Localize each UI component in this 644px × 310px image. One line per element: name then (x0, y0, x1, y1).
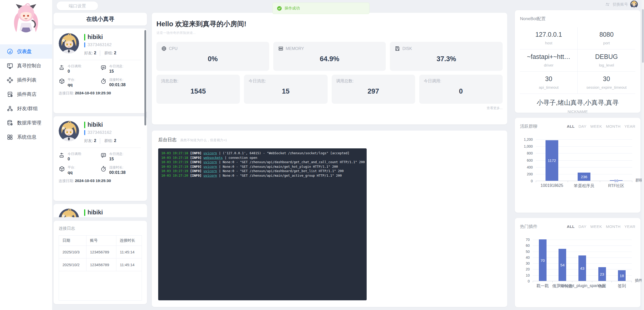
sidebar-item-label: 插件商店 (17, 91, 36, 98)
bar-笨蛋程序员: 236 (578, 173, 590, 181)
tab-day[interactable]: DAY (578, 224, 586, 229)
bot-card[interactable]: hibiki 3373463162 好友: 2 │ 群组: 2 (54, 204, 147, 217)
chart-title: 活跃群聊 (520, 123, 537, 129)
x-category-label: 1001918625 (541, 183, 563, 188)
bot-id: 3373463162 (88, 42, 112, 47)
count-stats-row: 消息总数: 1545 今日消息: 15 调用总数: 297 今日调用: 0 (156, 75, 503, 104)
bar-俄罗斯轮盘: 54 (559, 249, 566, 281)
tab-month[interactable]: MONTH (606, 224, 621, 229)
sidebar: 仪表盘 真寻控制台 插件列表 (0, 0, 52, 310)
column-header: 账号 (86, 236, 116, 246)
gauge-icon (7, 48, 13, 55)
stopwatch-icon (100, 166, 107, 172)
config-value: 小寻子,绪山真寻,小真寻,真寻 (520, 98, 635, 107)
sidebar-item-database[interactable]: 数据库管理 (0, 116, 52, 130)
page-scrollbar-thumb[interactable] (642, 9, 644, 63)
table-cell: 2025/10/2 (59, 259, 86, 271)
config-label: port (579, 41, 634, 45)
page-scrollbar-track[interactable] (642, 0, 644, 310)
config-value: DEBUG (579, 53, 634, 60)
config-value: 30 (522, 75, 576, 83)
sidebar-item-label: 系统信息 (17, 134, 36, 140)
connection-log-table: 日期账号连接时长 2025/10/312345678911:45:142025/… (59, 235, 142, 301)
bar-签到: 18 (618, 270, 626, 281)
disk-icon (394, 46, 400, 51)
chart-title: 热门插件 (520, 224, 537, 229)
tab-all[interactable]: ALL (567, 124, 575, 128)
user-avatar[interactable] (630, 1, 638, 8)
config-label: host (522, 41, 576, 45)
y-tick-label: 50 (520, 250, 530, 254)
bot-stat-calls: 今日调用:0 (59, 64, 100, 74)
dashboard-panel: Hello 欢迎来到真寻的小房间! 这是一场传奇的冒险旅途... CPU 0% (152, 13, 507, 124)
sidebar-item-console[interactable]: 真寻控制台 (0, 59, 52, 73)
stat-label: MEMORY (286, 46, 304, 51)
y-tick-label: 20 (520, 267, 530, 271)
grid-icon (7, 134, 13, 140)
table-cell: 123456789 (86, 246, 116, 259)
store-icon (7, 91, 13, 98)
table-row: 2025/10/312345678911:45:14 (59, 246, 142, 259)
tab-all[interactable]: ALL (567, 224, 575, 229)
bot-card[interactable]: hibiki 3373463162 好友: 2 │ 群组: 2 (54, 116, 147, 201)
bot-id: 3373463162 (88, 130, 112, 135)
switch-account-control[interactable]: 切换账号 (605, 0, 638, 9)
x-category-label: 笨蛋程序员 (574, 183, 594, 189)
total-calls-card: 调用总数: 297 (332, 75, 415, 104)
log-console[interactable]: 10-03 19:27:18 [INFO] uvicorn | ('127.0.… (158, 148, 367, 300)
bot-name: hibiki (88, 209, 103, 216)
y-tick-label: 400 (520, 165, 533, 169)
table-filler-row (59, 271, 142, 301)
bar-1001918625: 1172 (546, 140, 558, 181)
table-row: 2025/10/212345678911:45:14 (59, 259, 142, 271)
stat-label: 消息总数: (161, 79, 178, 84)
port-settings-button[interactable]: 端口设置 (57, 2, 98, 10)
tab-year[interactable]: YEAR (624, 224, 635, 229)
backend-log-title: 后台日志 (158, 137, 177, 143)
bot-list-scrollbar[interactable] (144, 30, 146, 125)
bar-RTF社区: 16 (610, 180, 623, 181)
config-cell-api-timeout: 30 api_timeout (520, 72, 578, 94)
y-tick-label: 10 (520, 273, 530, 277)
tab-week[interactable]: WEEK (590, 124, 602, 128)
config-label: api_timeout (522, 85, 576, 89)
table-cell: 11:45:14 (116, 259, 142, 271)
bot-avatar (59, 121, 79, 141)
memory-stat-card: MEMORY 64.9% (273, 42, 386, 71)
sidebar-item-system-info[interactable]: 系统信息 (0, 130, 52, 144)
sidebar-item-plugin-store[interactable]: 插件商店 (0, 87, 52, 101)
sidebar-item-friends-groups[interactable]: 好友/群组 (0, 101, 52, 116)
total-calls-value: 297 (336, 87, 411, 95)
config-cell-log-level: DEBUG log_level (578, 49, 635, 72)
tab-day[interactable]: DAY (578, 124, 586, 128)
platform-cube-icon (59, 166, 65, 172)
id-marker (84, 130, 85, 135)
message-icon (100, 152, 107, 159)
people-network-icon (7, 105, 13, 112)
config-cell-nickname: 小寻子,绪山真寻,小真寻,真寻 NICKNAME (520, 94, 635, 114)
stat-label: CPU (169, 46, 178, 51)
today-calls-value: 0 (424, 87, 498, 95)
bot-card[interactable]: hibiki 3373463162 好友: 2 │ 群组: 2 (54, 29, 147, 113)
console-icon (7, 62, 13, 69)
backend-log-panel: 后台日志 虽然不知道为什么，但是视力+1 10-03 19:27:18 [INF… (152, 131, 507, 307)
table-header-row: 日期账号连接时长 (59, 236, 142, 246)
y-tick-label: 60 (520, 243, 530, 248)
config-cell-driver: ~fastapi+~htt… driver (520, 49, 578, 72)
view-more-link[interactable]: 查看更多... (156, 106, 503, 110)
plugins-icon (7, 77, 13, 83)
log-line: 10-03 19:27:18 [INFO] uvicorn | ('127.0.… (161, 151, 364, 156)
tab-month[interactable]: MONTH (606, 124, 621, 128)
bot-name: hibiki (88, 121, 103, 128)
tab-year[interactable]: YEAR (624, 124, 635, 128)
success-toast: 操作成功 (273, 3, 369, 14)
bot-list: hibiki 3373463162 好友: 2 │ 群组: 2 (54, 29, 147, 217)
sidebar-item-dashboard[interactable]: 仪表盘 (0, 44, 52, 59)
sidebar-item-plugin-list[interactable]: 插件列表 (0, 73, 52, 87)
sidebar-item-label: 仪表盘 (17, 48, 32, 55)
bot-stat-platform: 平台:qq (59, 77, 100, 87)
tab-week[interactable]: WEEK (590, 224, 602, 229)
log-line: 10-03 19:27:19 [INFO] uvicorn | None:0 -… (161, 164, 364, 169)
log-line: 10-03 19:27:18 [INFO] websockets | conne… (161, 156, 364, 160)
log-line: 10-03 19:27:19 [INFO] uvicorn | None:0 -… (161, 160, 364, 164)
